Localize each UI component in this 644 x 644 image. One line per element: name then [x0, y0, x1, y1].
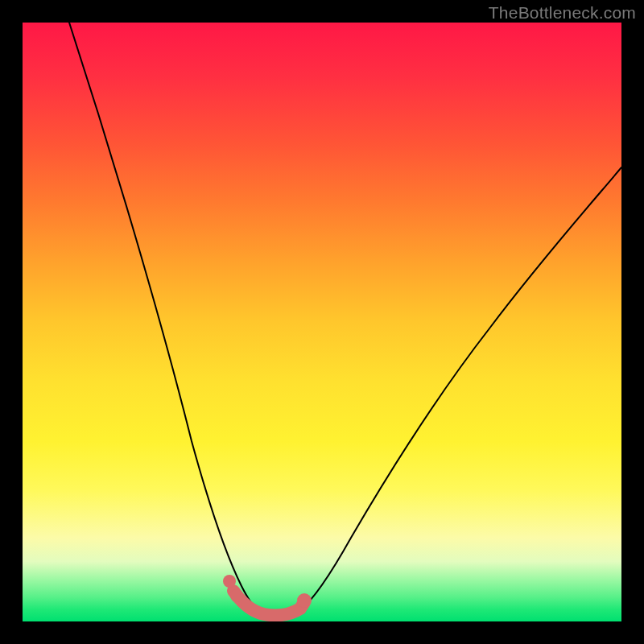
- chart-frame: TheBottleneck.com: [0, 0, 644, 644]
- curve-right-arm: [300, 167, 621, 610]
- highlight-dot-right: [297, 593, 312, 608]
- curve-layer: [23, 23, 621, 621]
- watermark-text: TheBottleneck.com: [489, 3, 636, 23]
- curve-left-arm: [69, 23, 258, 610]
- plot-area: [23, 23, 621, 621]
- valley-highlight: [233, 591, 304, 615]
- highlight-dot-upper: [223, 575, 236, 588]
- highlight-dot-lower: [230, 589, 243, 602]
